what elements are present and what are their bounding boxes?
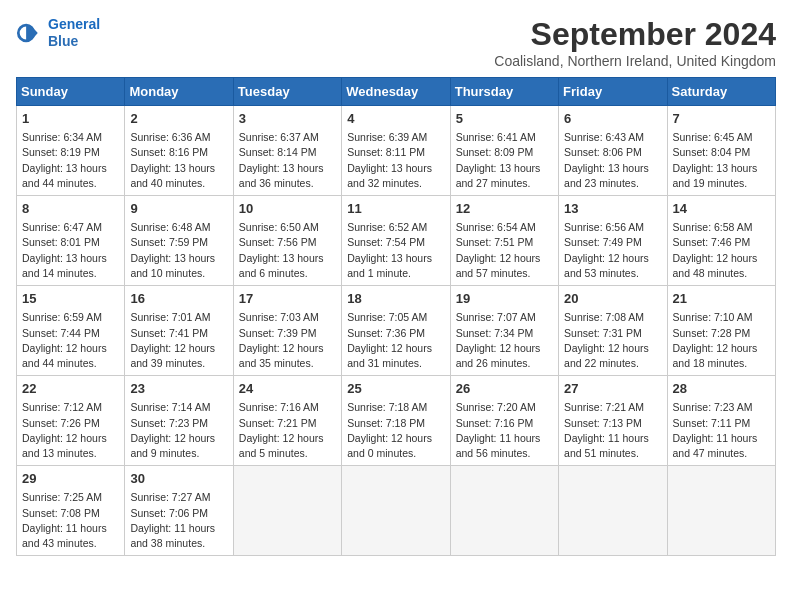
calendar-cell: 6Sunrise: 6:43 AMSunset: 8:06 PMDaylight… [559, 106, 667, 196]
day-info: Sunrise: 6:58 AMSunset: 7:46 PMDaylight:… [673, 220, 770, 281]
day-info: Sunrise: 7:18 AMSunset: 7:18 PMDaylight:… [347, 400, 444, 461]
day-info: Sunrise: 6:52 AMSunset: 7:54 PMDaylight:… [347, 220, 444, 281]
calendar-cell: 2Sunrise: 6:36 AMSunset: 8:16 PMDaylight… [125, 106, 233, 196]
day-number: 28 [673, 380, 770, 398]
calendar-cell: 9Sunrise: 6:48 AMSunset: 7:59 PMDaylight… [125, 196, 233, 286]
day-info: Sunrise: 7:08 AMSunset: 7:31 PMDaylight:… [564, 310, 661, 371]
logo: General Blue [16, 16, 100, 50]
calendar-cell: 27Sunrise: 7:21 AMSunset: 7:13 PMDayligh… [559, 376, 667, 466]
calendar-cell: 23Sunrise: 7:14 AMSunset: 7:23 PMDayligh… [125, 376, 233, 466]
day-info: Sunrise: 7:16 AMSunset: 7:21 PMDaylight:… [239, 400, 336, 461]
calendar-cell: 24Sunrise: 7:16 AMSunset: 7:21 PMDayligh… [233, 376, 341, 466]
calendar-cell: 13Sunrise: 6:56 AMSunset: 7:49 PMDayligh… [559, 196, 667, 286]
location: Coalisland, Northern Ireland, United Kin… [494, 53, 776, 69]
day-number: 25 [347, 380, 444, 398]
day-number: 21 [673, 290, 770, 308]
column-header-saturday: Saturday [667, 78, 775, 106]
calendar-cell: 22Sunrise: 7:12 AMSunset: 7:26 PMDayligh… [17, 376, 125, 466]
day-info: Sunrise: 7:12 AMSunset: 7:26 PMDaylight:… [22, 400, 119, 461]
day-number: 16 [130, 290, 227, 308]
column-header-thursday: Thursday [450, 78, 558, 106]
calendar-cell: 25Sunrise: 7:18 AMSunset: 7:18 PMDayligh… [342, 376, 450, 466]
day-info: Sunrise: 7:05 AMSunset: 7:36 PMDaylight:… [347, 310, 444, 371]
day-number: 19 [456, 290, 553, 308]
calendar-cell: 8Sunrise: 6:47 AMSunset: 8:01 PMDaylight… [17, 196, 125, 286]
calendar-cell: 12Sunrise: 6:54 AMSunset: 7:51 PMDayligh… [450, 196, 558, 286]
column-header-sunday: Sunday [17, 78, 125, 106]
week-row-1: 1Sunrise: 6:34 AMSunset: 8:19 PMDaylight… [17, 106, 776, 196]
day-number: 1 [22, 110, 119, 128]
day-info: Sunrise: 7:01 AMSunset: 7:41 PMDaylight:… [130, 310, 227, 371]
day-info: Sunrise: 7:14 AMSunset: 7:23 PMDaylight:… [130, 400, 227, 461]
calendar-cell: 30Sunrise: 7:27 AMSunset: 7:06 PMDayligh… [125, 466, 233, 556]
calendar-cell: 7Sunrise: 6:45 AMSunset: 8:04 PMDaylight… [667, 106, 775, 196]
column-header-friday: Friday [559, 78, 667, 106]
day-number: 5 [456, 110, 553, 128]
day-number: 18 [347, 290, 444, 308]
day-info: Sunrise: 6:54 AMSunset: 7:51 PMDaylight:… [456, 220, 553, 281]
calendar-cell: 10Sunrise: 6:50 AMSunset: 7:56 PMDayligh… [233, 196, 341, 286]
week-row-5: 29Sunrise: 7:25 AMSunset: 7:08 PMDayligh… [17, 466, 776, 556]
logo-icon [16, 19, 44, 47]
calendar-cell: 29Sunrise: 7:25 AMSunset: 7:08 PMDayligh… [17, 466, 125, 556]
calendar-cell: 3Sunrise: 6:37 AMSunset: 8:14 PMDaylight… [233, 106, 341, 196]
day-number: 3 [239, 110, 336, 128]
column-header-tuesday: Tuesday [233, 78, 341, 106]
day-number: 14 [673, 200, 770, 218]
day-info: Sunrise: 7:07 AMSunset: 7:34 PMDaylight:… [456, 310, 553, 371]
day-number: 22 [22, 380, 119, 398]
day-info: Sunrise: 6:34 AMSunset: 8:19 PMDaylight:… [22, 130, 119, 191]
calendar: SundayMondayTuesdayWednesdayThursdayFrid… [16, 77, 776, 556]
day-number: 17 [239, 290, 336, 308]
day-info: Sunrise: 7:20 AMSunset: 7:16 PMDaylight:… [456, 400, 553, 461]
calendar-cell [667, 466, 775, 556]
day-number: 2 [130, 110, 227, 128]
day-number: 8 [22, 200, 119, 218]
day-number: 11 [347, 200, 444, 218]
month-title: September 2024 [494, 16, 776, 53]
day-info: Sunrise: 7:27 AMSunset: 7:06 PMDaylight:… [130, 490, 227, 551]
calendar-cell: 28Sunrise: 7:23 AMSunset: 7:11 PMDayligh… [667, 376, 775, 466]
day-info: Sunrise: 6:45 AMSunset: 8:04 PMDaylight:… [673, 130, 770, 191]
day-number: 30 [130, 470, 227, 488]
calendar-cell: 14Sunrise: 6:58 AMSunset: 7:46 PMDayligh… [667, 196, 775, 286]
day-number: 24 [239, 380, 336, 398]
day-info: Sunrise: 6:47 AMSunset: 8:01 PMDaylight:… [22, 220, 119, 281]
calendar-cell: 1Sunrise: 6:34 AMSunset: 8:19 PMDaylight… [17, 106, 125, 196]
day-info: Sunrise: 6:36 AMSunset: 8:16 PMDaylight:… [130, 130, 227, 191]
day-number: 26 [456, 380, 553, 398]
day-number: 10 [239, 200, 336, 218]
calendar-cell: 19Sunrise: 7:07 AMSunset: 7:34 PMDayligh… [450, 286, 558, 376]
day-number: 12 [456, 200, 553, 218]
calendar-cell: 15Sunrise: 6:59 AMSunset: 7:44 PMDayligh… [17, 286, 125, 376]
day-info: Sunrise: 7:10 AMSunset: 7:28 PMDaylight:… [673, 310, 770, 371]
day-number: 29 [22, 470, 119, 488]
calendar-cell: 20Sunrise: 7:08 AMSunset: 7:31 PMDayligh… [559, 286, 667, 376]
day-number: 7 [673, 110, 770, 128]
day-number: 4 [347, 110, 444, 128]
logo-line2: Blue [48, 33, 78, 49]
calendar-cell [233, 466, 341, 556]
day-info: Sunrise: 6:59 AMSunset: 7:44 PMDaylight:… [22, 310, 119, 371]
day-info: Sunrise: 6:37 AMSunset: 8:14 PMDaylight:… [239, 130, 336, 191]
calendar-cell: 11Sunrise: 6:52 AMSunset: 7:54 PMDayligh… [342, 196, 450, 286]
day-info: Sunrise: 6:56 AMSunset: 7:49 PMDaylight:… [564, 220, 661, 281]
day-number: 20 [564, 290, 661, 308]
calendar-cell: 17Sunrise: 7:03 AMSunset: 7:39 PMDayligh… [233, 286, 341, 376]
day-number: 13 [564, 200, 661, 218]
day-number: 15 [22, 290, 119, 308]
day-info: Sunrise: 7:21 AMSunset: 7:13 PMDaylight:… [564, 400, 661, 461]
calendar-cell [559, 466, 667, 556]
logo-text: General Blue [48, 16, 100, 50]
day-info: Sunrise: 7:23 AMSunset: 7:11 PMDaylight:… [673, 400, 770, 461]
calendar-cell: 26Sunrise: 7:20 AMSunset: 7:16 PMDayligh… [450, 376, 558, 466]
day-info: Sunrise: 6:39 AMSunset: 8:11 PMDaylight:… [347, 130, 444, 191]
calendar-cell: 21Sunrise: 7:10 AMSunset: 7:28 PMDayligh… [667, 286, 775, 376]
calendar-cell: 18Sunrise: 7:05 AMSunset: 7:36 PMDayligh… [342, 286, 450, 376]
calendar-cell: 16Sunrise: 7:01 AMSunset: 7:41 PMDayligh… [125, 286, 233, 376]
column-header-wednesday: Wednesday [342, 78, 450, 106]
day-number: 6 [564, 110, 661, 128]
day-number: 9 [130, 200, 227, 218]
day-info: Sunrise: 6:48 AMSunset: 7:59 PMDaylight:… [130, 220, 227, 281]
week-row-3: 15Sunrise: 6:59 AMSunset: 7:44 PMDayligh… [17, 286, 776, 376]
